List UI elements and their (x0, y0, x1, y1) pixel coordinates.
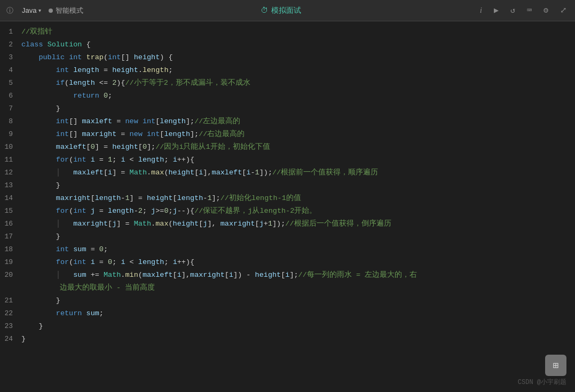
line-content: │ maxleft[i] = Math.max(height[i],maxlef… (21, 166, 575, 179)
table-row: 24} (0, 333, 575, 346)
line-number: 16 (0, 218, 21, 230)
line-number: 14 (0, 192, 21, 205)
language-label: Java (22, 6, 36, 14)
line-content: class Solution { (21, 38, 575, 51)
line-number: 9 (0, 128, 21, 141)
table-row: 10 maxleft[0] = height[0];//因为i只能从1开始，初始… (0, 141, 575, 154)
table-row: 17 } (0, 230, 575, 243)
table-row: 12 │ maxleft[i] = Math.max(height[i],max… (0, 166, 575, 179)
line-number: 20 (0, 269, 21, 282)
table-row: 18 int sum = 0; (0, 243, 575, 256)
smart-mode: 智能模式 (49, 6, 83, 15)
csdn-badge: ⊞ (545, 355, 566, 376)
clock-icon: ⏱ (261, 6, 268, 15)
line-content: 边最大的取最小 - 当前高度 (21, 282, 575, 294)
refresh-icon[interactable]: ↺ (509, 4, 517, 17)
line-content: } (21, 320, 575, 333)
line-content: maxright[length-1] = height[length-1];//… (21, 192, 575, 205)
table-row: 14 maxright[length-1] = height[length-1]… (0, 192, 575, 205)
table-row: 2class Solution { (0, 38, 575, 51)
line-number: 5 (0, 77, 21, 90)
line-content: int[] maxright = new int[length];//右边最高的 (21, 128, 575, 141)
table-row: 1//双指针 (0, 26, 575, 38)
toolbar-center: ⏱ 模拟面试 (90, 4, 471, 18)
line-number: 2 (0, 38, 21, 51)
line-number: 21 (0, 294, 21, 307)
line-content: maxleft[0] = height[0];//因为i只能从1开始，初始化下值 (21, 141, 575, 154)
table-row: 20 │ sum += Math.min(maxleft[i],maxright… (0, 269, 575, 282)
table-row: 16 │ maxright[j] = Math.max(height[j], m… (0, 218, 575, 230)
line-content: if(length <= 2){//小于等于2，形不成漏斗，装不成水 (21, 77, 575, 90)
mock-interview-label: 模拟面试 (271, 6, 301, 15)
line-content: public int trap(int[] height) { (21, 51, 575, 64)
table-row: 8 int[] maxleft = new int[length];//左边最高… (0, 115, 575, 128)
line-number: 8 (0, 115, 21, 128)
toolbar-left: ⓘ Java ▾ 智能模式 (6, 4, 83, 17)
code-editor[interactable]: 1//双指针2class Solution {3 public int trap… (0, 21, 575, 392)
toolbar: ⓘ Java ▾ 智能模式 ⏱ 模拟面试 i ▶ ↺ ⌨ ⚙ ⤢ (0, 0, 575, 21)
line-number: 15 (0, 205, 21, 218)
line-number: 18 (0, 243, 21, 256)
terminal-icon[interactable]: ⌨ (525, 4, 533, 17)
line-content: return 0; (21, 90, 575, 102)
line-content: } (21, 102, 575, 115)
line-number: 13 (0, 179, 21, 192)
line-number: 10 (0, 141, 21, 154)
line-number: 19 (0, 256, 21, 269)
smart-mode-label: 智能模式 (56, 6, 83, 15)
line-number: 23 (0, 320, 21, 333)
watermark: CSDN @小宇刷题 (518, 378, 566, 387)
table-row: 21 } (0, 294, 575, 307)
mock-interview-button[interactable]: ⏱ 模拟面试 (255, 4, 306, 18)
line-content: int sum = 0; (21, 243, 575, 256)
line-number: 4 (0, 64, 21, 77)
toolbar-right: i ▶ ↺ ⌨ ⚙ ⤢ (478, 4, 569, 17)
line-content: } (21, 230, 575, 243)
table-row: 22 return sum; (0, 307, 575, 320)
table-row: 7 } (0, 102, 575, 115)
smart-mode-dot (49, 9, 53, 13)
line-content: int length = height.length; (21, 64, 575, 77)
line-content: return sum; (21, 307, 575, 320)
line-content: } (21, 333, 575, 346)
line-number: 6 (0, 90, 21, 102)
chevron-down-icon: ▾ (38, 7, 41, 13)
line-content: //双指针 (21, 26, 575, 38)
table-row: 6 return 0; (0, 90, 575, 102)
table-row: 3 public int trap(int[] height) { (0, 51, 575, 64)
info-icon: ⓘ (6, 6, 13, 15)
line-number: 17 (0, 230, 21, 243)
line-content: } (21, 294, 575, 307)
line-number: 24 (0, 333, 21, 346)
table-row: 19 for(int i = 0; i < length; i++){ (0, 256, 575, 269)
table-row: 11 for(int i = 1; i < length; i++){ (0, 154, 575, 166)
table-row: 15 for(int j = length-2; j>=0;j--){//保证不… (0, 205, 575, 218)
play-icon[interactable]: ▶ (492, 4, 500, 17)
expand-icon[interactable]: ⤢ (558, 4, 569, 17)
line-content: for(int j = length-2; j>=0;j--){//保证不越界，… (21, 205, 575, 218)
italic-icon[interactable]: i (478, 4, 484, 17)
line-number: 11 (0, 154, 21, 166)
table-row: 13 } (0, 179, 575, 192)
table-row: 4 int length = height.length; (0, 64, 575, 77)
line-number: 1 (0, 26, 21, 38)
line-content: } (21, 179, 575, 192)
line-number: 7 (0, 102, 21, 115)
line-content: │ maxright[j] = Math.max(height[j], maxr… (21, 218, 575, 230)
language-selector[interactable]: Java ▾ (19, 4, 44, 17)
line-number: 12 (0, 166, 21, 179)
table-row: 23 } (0, 320, 575, 333)
code-area: 1//双指针2class Solution {3 public int trap… (0, 21, 575, 350)
settings-icon[interactable]: ⚙ (542, 4, 550, 17)
line-content: for(int i = 0; i < length; i++){ (21, 256, 575, 269)
line-number: 22 (0, 307, 21, 320)
table-row: 5 if(length <= 2){//小于等于2，形不成漏斗，装不成水 (0, 77, 575, 90)
line-number: 3 (0, 51, 21, 64)
line-content: │ sum += Math.min(maxleft[i],maxright[i]… (21, 269, 575, 282)
table-row: 9 int[] maxright = new int[length];//右边最… (0, 128, 575, 141)
line-content: for(int i = 1; i < length; i++){ (21, 154, 575, 166)
table-row: 边最大的取最小 - 当前高度 (0, 282, 575, 294)
line-content: int[] maxleft = new int[length];//左边最高的 (21, 115, 575, 128)
